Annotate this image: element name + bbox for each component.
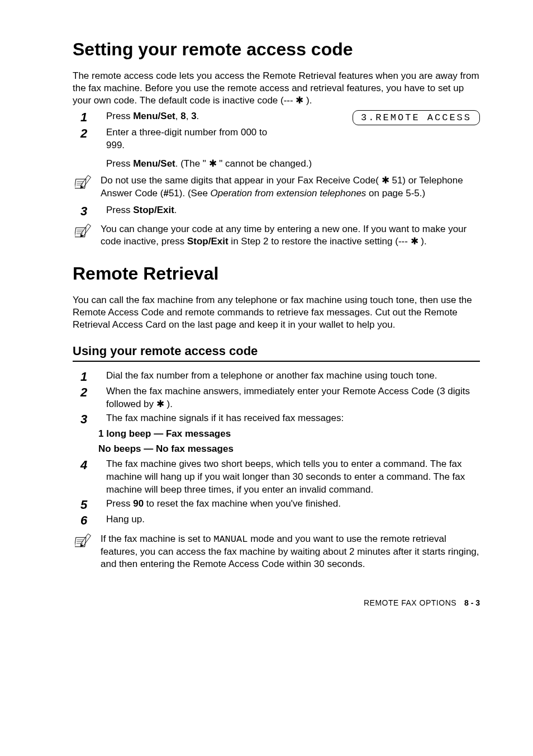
lcd-display: 3.REMOTE ACCESS <box>353 110 480 125</box>
step-number: 1 <box>73 110 106 125</box>
text: If the fax machine is set to <box>101 533 213 544</box>
xref-link[interactable]: Operation from extension telephones <box>211 188 367 199</box>
rr-step-3: 3 The fax machine signals if it has rece… <box>73 412 480 427</box>
rr-step-5: 5 Press 90 to reset the fax machine when… <box>73 498 480 512</box>
subheading-using-code: Using your remote access code <box>73 344 480 358</box>
step-text: The fax machine signals if it has receiv… <box>106 412 480 425</box>
rr-step-4: 4 The fax machine gives two short beeps,… <box>73 458 480 497</box>
rr-step-2: 2 When the fax machine answers, immediat… <box>73 385 480 411</box>
text: on page 5-5.) <box>366 188 425 199</box>
intro-set-code: The remote access code lets you access t… <box>73 70 480 107</box>
text: . (The " ✱ " cannot be changed.) <box>175 158 312 169</box>
key-90: 90 <box>133 498 144 509</box>
step-number: 4 <box>73 458 106 472</box>
step-number: 5 <box>73 498 106 512</box>
divider <box>73 361 480 362</box>
rr-step-6: 6 Hang up. <box>73 513 480 528</box>
text: Enter a three-digit number from 000 to 9… <box>106 126 285 152</box>
note-text: You can change your code at any time by … <box>101 223 480 248</box>
note-manual-mode: If the fax machine is set to MANUAL mode… <box>73 533 480 570</box>
step-number: 3 <box>73 204 106 219</box>
key-3: 3 <box>191 111 196 121</box>
rr-step-1: 1 Dial the fax number from a telephone o… <box>73 370 480 384</box>
step-text: Hang up. <box>106 513 480 526</box>
note-icon <box>73 223 101 239</box>
text: , <box>186 111 191 121</box>
footer-chapter: REMOTE FAX OPTIONS <box>364 598 456 607</box>
step-number: 2 <box>73 385 106 400</box>
signal-long-beep: 1 long beep — Fax messages <box>98 428 480 441</box>
step-2: 2 Enter a three-digit number from 000 to… <box>73 126 480 171</box>
key-menu-set: Menu/Set <box>133 158 175 169</box>
key-menu-set: Menu/Set <box>133 111 175 121</box>
step-number: 2 <box>73 126 106 141</box>
step-text: When the fax machine answers, immediatel… <box>106 385 480 411</box>
step-text: Enter a three-digit number from 000 to 9… <box>106 126 480 171</box>
note-change-code: You can change your code at any time by … <box>73 223 480 248</box>
step-number: 6 <box>73 513 106 528</box>
text: Press <box>106 205 133 215</box>
text: Press <box>106 111 133 121</box>
step-text: Press 90 to reset the fax machine when y… <box>106 498 480 511</box>
text: . <box>174 205 177 215</box>
note-icon <box>73 174 101 190</box>
text: in Step 2 to restore the inactive settin… <box>229 236 427 247</box>
key-8: 8 <box>180 111 185 121</box>
text: 51). (See <box>169 188 211 199</box>
footer-page-number: 8 - 3 <box>464 598 480 607</box>
page-footer: REMOTE FAX OPTIONS 8 - 3 <box>73 598 480 607</box>
text: , <box>175 111 180 121</box>
section-heading-remote-retrieval: Remote Retrieval <box>73 263 480 284</box>
note-text: If the fax machine is set to MANUAL mode… <box>101 533 480 570</box>
text: . <box>197 111 199 121</box>
section-heading-set-code: Setting your remote access code <box>73 39 480 60</box>
step-number: 1 <box>73 370 106 384</box>
intro-remote-retrieval: You can call the fax machine from any te… <box>73 294 480 331</box>
step-text: The fax machine gives two short beeps, w… <box>106 458 480 497</box>
step-number: 3 <box>73 412 106 427</box>
step-3: 3 Press Stop/Exit. <box>73 204 480 219</box>
step-text: Press Stop/Exit. <box>106 204 480 217</box>
key-stop-exit: Stop/Exit <box>133 205 174 215</box>
note-icon <box>73 533 101 549</box>
key-stop-exit: Stop/Exit <box>187 236 229 247</box>
text: to reset the fax machine when you've fin… <box>144 498 341 509</box>
signal-no-beep: No beeps — No fax messages <box>98 443 480 456</box>
note-text: Do not use the same digits that appear i… <box>101 174 480 199</box>
note-same-digits: Do not use the same digits that appear i… <box>73 174 480 199</box>
text: Press <box>106 158 133 169</box>
text: Press <box>106 498 133 509</box>
hash-key: # <box>163 188 168 199</box>
step-text: Dial the fax number from a telephone or … <box>106 370 480 382</box>
mode-manual: MANUAL <box>213 534 248 545</box>
